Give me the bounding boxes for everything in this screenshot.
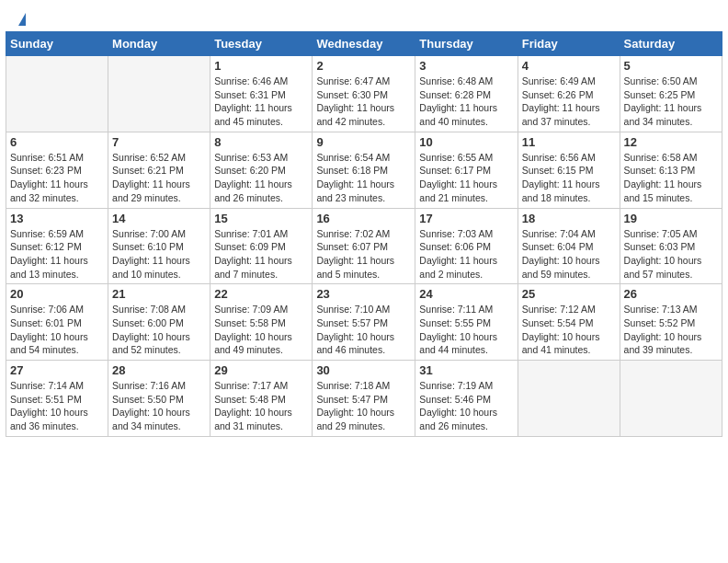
day-number: 8 [214, 135, 308, 149]
day-number: 15 [214, 212, 308, 225]
calendar-cell: 25Sunrise: 7:12 AM Sunset: 5:54 PM Dayli… [518, 284, 620, 361]
day-detail: Sunrise: 6:46 AM Sunset: 6:31 PM Dayligh… [214, 75, 308, 129]
calendar-cell: 2Sunrise: 6:47 AM Sunset: 6:30 PM Daylig… [313, 56, 415, 132]
day-number: 6 [10, 135, 104, 149]
logo-triangle-icon [18, 13, 26, 26]
calendar-week-4: 27Sunrise: 7:14 AM Sunset: 5:51 PM Dayli… [6, 361, 722, 437]
header [0, 0, 728, 31]
calendar-cell: 13Sunrise: 6:59 AM Sunset: 6:12 PM Dayli… [6, 208, 108, 284]
day-detail: Sunrise: 7:06 AM Sunset: 6:01 PM Dayligh… [10, 303, 104, 357]
calendar-cell [518, 361, 620, 437]
day-number: 19 [624, 212, 718, 225]
day-detail: Sunrise: 7:02 AM Sunset: 6:07 PM Dayligh… [316, 227, 411, 282]
day-number: 14 [112, 212, 206, 225]
calendar-cell: 16Sunrise: 7:02 AM Sunset: 6:07 PM Dayli… [313, 208, 415, 284]
day-detail: Sunrise: 7:16 AM Sunset: 5:50 PM Dayligh… [112, 379, 206, 433]
day-number: 31 [419, 363, 513, 377]
day-detail: Sunrise: 7:10 AM Sunset: 5:57 PM Dayligh… [316, 303, 411, 357]
day-number: 9 [316, 135, 411, 149]
calendar-header-tuesday: Tuesday [210, 32, 313, 56]
day-number: 7 [112, 135, 206, 149]
calendar-cell: 11Sunrise: 6:56 AM Sunset: 6:15 PM Dayli… [518, 132, 620, 208]
calendar-header-sunday: Sunday [6, 32, 108, 56]
day-number: 21 [112, 287, 206, 301]
calendar-cell [6, 56, 108, 132]
day-number: 29 [214, 363, 308, 377]
day-detail: Sunrise: 7:09 AM Sunset: 5:58 PM Dayligh… [214, 303, 308, 357]
calendar-cell: 12Sunrise: 6:58 AM Sunset: 6:13 PM Dayli… [620, 132, 722, 208]
day-detail: Sunrise: 6:47 AM Sunset: 6:30 PM Dayligh… [316, 75, 411, 129]
calendar-header-row: SundayMondayTuesdayWednesdayThursdayFrid… [6, 32, 722, 56]
day-number: 10 [419, 135, 513, 149]
day-detail: Sunrise: 7:01 AM Sunset: 6:09 PM Dayligh… [214, 227, 308, 282]
day-detail: Sunrise: 7:08 AM Sunset: 6:00 PM Dayligh… [112, 303, 206, 357]
day-number: 3 [419, 59, 513, 73]
day-detail: Sunrise: 6:55 AM Sunset: 6:17 PM Dayligh… [419, 151, 513, 205]
calendar-cell: 31Sunrise: 7:19 AM Sunset: 5:46 PM Dayli… [415, 361, 518, 437]
calendar-cell: 21Sunrise: 7:08 AM Sunset: 6:00 PM Dayli… [108, 284, 210, 361]
day-number: 12 [624, 135, 718, 149]
day-number: 4 [522, 59, 616, 73]
calendar-cell: 24Sunrise: 7:11 AM Sunset: 5:55 PM Dayli… [415, 284, 518, 361]
calendar-cell: 18Sunrise: 7:04 AM Sunset: 6:04 PM Dayli… [518, 208, 620, 284]
day-number: 30 [316, 363, 411, 377]
day-detail: Sunrise: 7:00 AM Sunset: 6:10 PM Dayligh… [112, 227, 206, 282]
day-number: 25 [522, 287, 616, 301]
calendar-cell: 27Sunrise: 7:14 AM Sunset: 5:51 PM Dayli… [6, 361, 108, 437]
calendar-cell: 7Sunrise: 6:52 AM Sunset: 6:21 PM Daylig… [108, 132, 210, 208]
calendar-header-friday: Friday [518, 32, 620, 56]
calendar-cell: 29Sunrise: 7:17 AM Sunset: 5:48 PM Dayli… [210, 361, 313, 437]
day-number: 20 [10, 287, 104, 301]
calendar-header-thursday: Thursday [415, 32, 518, 56]
calendar-cell: 6Sunrise: 6:51 AM Sunset: 6:23 PM Daylig… [6, 132, 108, 208]
calendar-cell: 19Sunrise: 7:05 AM Sunset: 6:03 PM Dayli… [620, 208, 722, 284]
day-number: 23 [316, 287, 411, 301]
calendar-cell: 15Sunrise: 7:01 AM Sunset: 6:09 PM Dayli… [210, 208, 313, 284]
day-number: 24 [419, 287, 513, 301]
calendar-cell: 22Sunrise: 7:09 AM Sunset: 5:58 PM Dayli… [210, 284, 313, 361]
calendar-cell: 17Sunrise: 7:03 AM Sunset: 6:06 PM Dayli… [415, 208, 518, 284]
calendar-cell: 14Sunrise: 7:00 AM Sunset: 6:10 PM Dayli… [108, 208, 210, 284]
day-detail: Sunrise: 6:52 AM Sunset: 6:21 PM Dayligh… [112, 151, 206, 205]
day-number: 11 [522, 135, 616, 149]
calendar-cell: 1Sunrise: 6:46 AM Sunset: 6:31 PM Daylig… [210, 56, 313, 132]
day-number: 2 [316, 59, 411, 73]
day-detail: Sunrise: 6:51 AM Sunset: 6:23 PM Dayligh… [10, 151, 104, 205]
day-detail: Sunrise: 7:17 AM Sunset: 5:48 PM Dayligh… [214, 379, 308, 433]
day-detail: Sunrise: 7:04 AM Sunset: 6:04 PM Dayligh… [522, 227, 616, 282]
calendar-header-monday: Monday [108, 32, 210, 56]
logo [17, 13, 26, 26]
calendar-header-saturday: Saturday [620, 32, 722, 56]
day-number: 17 [419, 212, 513, 225]
day-number: 27 [10, 363, 104, 377]
day-detail: Sunrise: 6:56 AM Sunset: 6:15 PM Dayligh… [522, 151, 616, 205]
day-number: 16 [316, 212, 411, 225]
day-detail: Sunrise: 6:50 AM Sunset: 6:25 PM Dayligh… [624, 75, 718, 129]
calendar-cell: 8Sunrise: 6:53 AM Sunset: 6:20 PM Daylig… [210, 132, 313, 208]
day-number: 28 [112, 363, 206, 377]
day-detail: Sunrise: 7:19 AM Sunset: 5:46 PM Dayligh… [419, 379, 513, 433]
calendar-cell: 10Sunrise: 6:55 AM Sunset: 6:17 PM Dayli… [415, 132, 518, 208]
day-number: 22 [214, 287, 308, 301]
day-detail: Sunrise: 7:05 AM Sunset: 6:03 PM Dayligh… [624, 227, 718, 282]
day-detail: Sunrise: 6:53 AM Sunset: 6:20 PM Dayligh… [214, 151, 308, 205]
day-detail: Sunrise: 7:11 AM Sunset: 5:55 PM Dayligh… [419, 303, 513, 357]
calendar-week-0: 1Sunrise: 6:46 AM Sunset: 6:31 PM Daylig… [6, 56, 722, 132]
calendar-cell: 5Sunrise: 6:50 AM Sunset: 6:25 PM Daylig… [620, 56, 722, 132]
day-detail: Sunrise: 7:12 AM Sunset: 5:54 PM Dayligh… [522, 303, 616, 357]
day-number: 13 [10, 212, 104, 225]
day-detail: Sunrise: 7:13 AM Sunset: 5:52 PM Dayligh… [624, 303, 718, 357]
day-number: 18 [522, 212, 616, 225]
calendar-week-2: 13Sunrise: 6:59 AM Sunset: 6:12 PM Dayli… [6, 208, 722, 284]
day-detail: Sunrise: 6:49 AM Sunset: 6:26 PM Dayligh… [522, 75, 616, 129]
calendar-cell: 28Sunrise: 7:16 AM Sunset: 5:50 PM Dayli… [108, 361, 210, 437]
calendar-cell: 23Sunrise: 7:10 AM Sunset: 5:57 PM Dayli… [313, 284, 415, 361]
calendar-cell [620, 361, 722, 437]
day-number: 5 [624, 59, 718, 73]
calendar-week-1: 6Sunrise: 6:51 AM Sunset: 6:23 PM Daylig… [6, 132, 722, 208]
day-detail: Sunrise: 7:14 AM Sunset: 5:51 PM Dayligh… [10, 379, 104, 433]
calendar-cell [108, 56, 210, 132]
calendar-cell: 26Sunrise: 7:13 AM Sunset: 5:52 PM Dayli… [620, 284, 722, 361]
calendar-cell: 30Sunrise: 7:18 AM Sunset: 5:47 PM Dayli… [313, 361, 415, 437]
calendar-cell: 4Sunrise: 6:49 AM Sunset: 6:26 PM Daylig… [518, 56, 620, 132]
